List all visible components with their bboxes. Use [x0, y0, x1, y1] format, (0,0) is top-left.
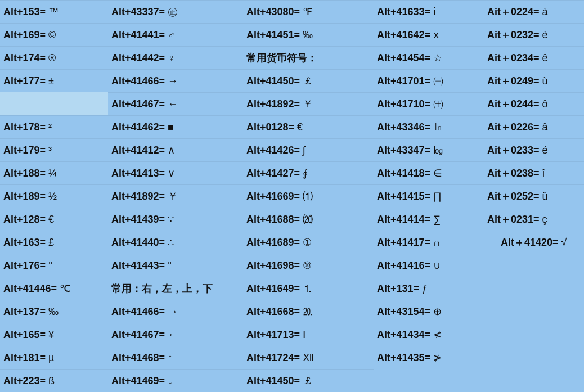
equals-sign: = [40, 329, 49, 340]
symbol-glyph: è [542, 29, 548, 40]
equals-sign: = [294, 375, 303, 386]
table-cell: Alt+41417= ∩ [374, 231, 484, 254]
alt-code: Alt+41724 [246, 352, 294, 363]
alt-code: Ait＋0252 [487, 191, 533, 202]
alt-code: Alt+41467 [111, 98, 159, 110]
alt-code: Alt+0128 [246, 121, 289, 133]
alt-code: Alt+165 [3, 329, 40, 340]
equals-sign: = [294, 6, 303, 17]
equals-sign: = [159, 168, 168, 179]
alt-code: Ait＋0244 [487, 98, 533, 110]
equals-sign: = [40, 260, 49, 271]
symbol-glyph: ù [542, 75, 548, 87]
symbol-glyph: ⊕ [433, 306, 442, 317]
equals-sign: = [159, 260, 168, 271]
equals-sign: = [159, 6, 168, 17]
equals-sign: = [533, 191, 542, 202]
equals-sign: = [425, 260, 434, 271]
symbol-glyph: ü [542, 191, 548, 202]
symbol-glyph: Ⅰ [303, 329, 306, 340]
symbol-glyph: ↓ [168, 375, 173, 386]
alt-code: Alt+178 [3, 121, 40, 133]
symbol-glyph: ∪ [433, 260, 441, 271]
equals-sign: = [425, 145, 434, 156]
symbol-glyph: ∑ [433, 214, 441, 225]
symbol-glyph: ç [542, 214, 547, 225]
table-cell: Alt+41454= ☆ [374, 46, 484, 69]
section-label: 常用：右，左，上，下 [111, 283, 213, 294]
symbol-glyph: ⒈ [303, 283, 313, 294]
symbol-glyph: â [542, 121, 548, 133]
table-cell: Alt+41701= ㈠ [374, 69, 484, 92]
symbol-glyph: ½ [48, 191, 57, 202]
alt-code: Alt+41442 [111, 52, 159, 64]
symbol-glyph: ㏑ [433, 121, 443, 133]
symbol-glyph: → [168, 306, 178, 317]
symbol-glyph: ∧ [168, 145, 175, 156]
table-cell: Alt+41435= ≯ [374, 346, 484, 369]
alt-code: Ait＋41420 [501, 237, 552, 248]
symbol-glyph: ⑴ [303, 191, 313, 202]
symbol-glyph: ⅰ [433, 6, 436, 17]
table-cell: Alt+178= ² [0, 115, 108, 138]
table-cell: Alt+41467= ← [108, 92, 243, 115]
table-cell: Alt+41427= ∮ [243, 161, 374, 184]
alt-code: Alt+189 [3, 191, 40, 202]
alt-code: Alt+41466 [111, 75, 159, 87]
symbol-glyph: ∏ [433, 191, 442, 202]
table-cell: Ait＋0238= î [484, 161, 584, 184]
equals-sign: = [425, 52, 434, 64]
table-cell: Alt+189= ½ [0, 184, 108, 208]
table-cell: Alt+181= µ [0, 346, 108, 369]
table-cell: Alt+43080= ℉ [243, 0, 374, 23]
table-cell: Ait＋0234= ê [484, 46, 584, 69]
equals-sign: = [40, 375, 49, 386]
table-cell: Alt+41426= ∫ [243, 138, 374, 161]
symbol-glyph: à [542, 6, 548, 17]
symbol-glyph: ← [168, 98, 178, 110]
symbol-glyph: ⒛ [303, 306, 313, 317]
symbol-glyph: é [542, 145, 548, 156]
equals-sign: = [159, 191, 168, 202]
alt-code: Alt+41450 [246, 375, 294, 386]
equals-sign: = [40, 168, 49, 179]
equals-sign: = [40, 191, 49, 202]
equals-sign: = [294, 329, 303, 340]
symbol-glyph: ♀ [168, 52, 176, 64]
symbol-glyph: ㈩ [433, 98, 443, 110]
equals-sign: = [425, 306, 434, 317]
equals-sign: = [40, 29, 49, 40]
alt-code: Alt+41649 [246, 283, 294, 294]
alt-code: Alt+43154 [377, 306, 425, 317]
table-cell: Alt+41413= ∨ [108, 161, 243, 184]
alt-code: Ait＋0233 [487, 145, 533, 156]
table-cell: Alt+41440= ∴ [108, 231, 243, 254]
table-cell [0, 92, 108, 115]
equals-sign: = [40, 352, 49, 363]
symbol-glyph: √ [561, 237, 567, 248]
equals-sign: = [425, 75, 434, 87]
equals-sign: = [533, 121, 542, 133]
symbol-glyph: ¼ [48, 168, 57, 179]
symbol-glyph: ⑩ [303, 260, 312, 271]
equals-sign: = [425, 29, 434, 40]
table-cell: Alt+41451= ‰ [243, 23, 374, 46]
alt-code: Ait＋0231 [487, 214, 533, 225]
equals-sign: = [533, 75, 542, 87]
table-cell: Alt+41439= ∵ [108, 208, 243, 231]
table-cell: Alt+41446= ℃ [0, 277, 108, 300]
table-cell: Alt+43154= ⊕ [374, 300, 484, 323]
alt-code: Alt+41892 [246, 98, 294, 110]
table-cell: Alt+176= ° [0, 254, 108, 277]
equals-sign: = [40, 75, 49, 87]
table-cell: Alt+41892= ￥ [108, 184, 243, 208]
symbol-glyph: © [48, 29, 56, 40]
alt-code: Alt+181 [3, 352, 40, 363]
table-cell: Alt+188= ¼ [0, 161, 108, 184]
symbol-glyph: ☆ [433, 52, 442, 64]
alt-code: Alt+163 [3, 237, 40, 248]
equals-sign: = [159, 237, 168, 248]
equals-sign: = [40, 237, 49, 248]
symbol-glyph: ³ [48, 145, 52, 156]
alt-code: Alt+153 [3, 6, 40, 17]
